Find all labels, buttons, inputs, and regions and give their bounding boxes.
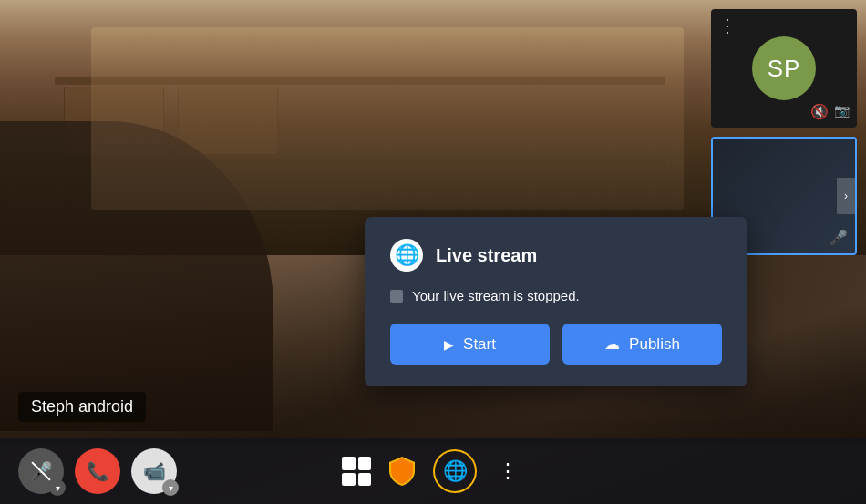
- participant-tile-sp: ⋮ SP 🔇 📷: [711, 9, 857, 128]
- hangup-button[interactable]: 📞: [75, 448, 120, 494]
- participant-avatar: SP: [752, 36, 816, 100]
- mic-icon: 🎤: [30, 460, 53, 482]
- popup-status-text: Your live stream is stopped.: [412, 288, 580, 303]
- popup-globe-icon: 🌐: [390, 239, 423, 272]
- shield-icon: [387, 455, 417, 488]
- tile-status-icons: 🔇 📷: [810, 103, 850, 120]
- grid-dot-3: [342, 473, 356, 487]
- grid-dot-1: [342, 457, 356, 470]
- person-silhouette: [0, 121, 273, 431]
- grid-dot-4: [358, 473, 372, 487]
- more-dots-icon: ⋮: [498, 459, 519, 483]
- grid-view-button[interactable]: [342, 457, 371, 486]
- camera-chevron[interactable]: ▾: [162, 479, 179, 496]
- tile-expand-button[interactable]: ›: [837, 178, 855, 214]
- publish-button[interactable]: ☁ Publish: [562, 324, 722, 365]
- livestream-popup: 🌐 Live stream Your live stream is stoppe…: [365, 217, 747, 386]
- toolbar-left: 🎤 ▾ 📞 📹 ▾: [18, 448, 177, 494]
- livestream-button[interactable]: 🌐: [433, 449, 477, 493]
- popup-header: 🌐 Live stream: [390, 239, 722, 272]
- start-button[interactable]: ▶ Start: [390, 324, 550, 365]
- mute-button-container: 🎤 ▾: [18, 448, 64, 494]
- play-icon: ▶: [444, 337, 454, 352]
- tile-more-options[interactable]: ⋮: [718, 15, 737, 36]
- popup-status-row: Your live stream is stopped.: [390, 288, 722, 303]
- toolbar-center: 🌐 ⋮: [342, 449, 524, 493]
- status-square-icon: [390, 290, 403, 303]
- upload-icon: ☁: [604, 334, 620, 354]
- grid-dot-2: [358, 457, 372, 470]
- tile2-mic-muted-icon: 🎤: [830, 229, 848, 246]
- camera-icon: 📹: [143, 460, 166, 482]
- mic-muted-icon: 🔇: [810, 103, 829, 120]
- globe-icon: 🌐: [443, 459, 468, 483]
- popup-title: Live stream: [436, 245, 537, 266]
- mute-chevron[interactable]: ▾: [49, 479, 66, 496]
- phone-icon: 📞: [87, 460, 109, 482]
- toolbar: 🎤 ▾ 📞 📹 ▾: [0, 438, 866, 504]
- camera-button-container: 📹 ▾: [131, 448, 177, 494]
- popup-buttons: ▶ Start ☁ Publish: [390, 324, 722, 365]
- participant-name-label: Steph android: [18, 392, 146, 422]
- more-options-button[interactable]: ⋮: [491, 455, 524, 488]
- cam-off-icon: 📷: [834, 103, 850, 120]
- security-button[interactable]: [386, 455, 418, 488]
